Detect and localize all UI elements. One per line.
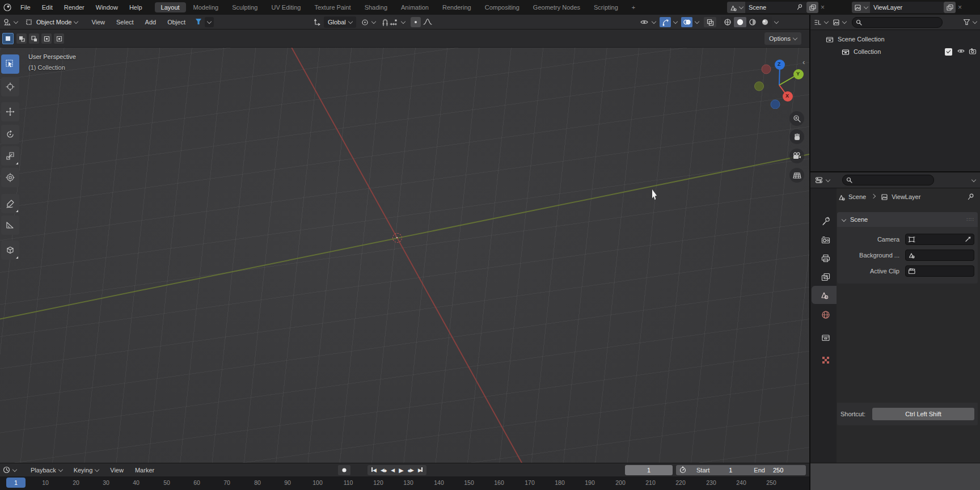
menu-window[interactable]: Window [90,4,124,11]
pivot-point-dropdown[interactable] [361,18,375,27]
collection-checkbox[interactable] [945,48,952,56]
menu-help[interactable]: Help [124,4,148,11]
tab-scene-active[interactable] [812,286,837,304]
shading-wireframe-button[interactable] [721,17,734,27]
tool-annotate[interactable] [1,194,19,213]
tab-texture[interactable] [815,352,837,369]
outliner-editor-type-button[interactable] [814,19,828,26]
viewlayer-new-copy-button[interactable] [944,2,956,13]
viewlayer-browse-button[interactable] [852,2,870,13]
gizmos-toggle[interactable] [660,17,677,27]
workspace-tab-texture-paint[interactable]: Texture Paint [308,2,357,12]
hide-in-viewport-icon[interactable] [957,48,965,56]
camera-field[interactable] [905,234,974,245]
timeline-editor-type-button[interactable] [0,466,18,474]
workspace-tab-modeling[interactable]: Modeling [187,2,225,12]
workspace-tab-compositing[interactable]: Compositing [479,2,526,12]
outliner-row-scene-collection[interactable]: Scene Collection [810,33,980,45]
drag-handle[interactable]: ∷∷ [967,217,974,222]
viewport-3d[interactable]: User Perspective (1) Collection Z Y X ‹ [0,48,809,463]
orientation-dropdown[interactable]: Global [324,16,356,28]
options-dropdown[interactable]: Options [764,32,801,45]
menu-select[interactable]: Select [111,19,140,26]
tool-add-cube[interactable] [1,240,19,260]
play-reverse-button[interactable]: ◀ [389,467,396,473]
select-mode-subtract-button[interactable] [29,33,39,44]
pin-id-icon[interactable] [967,193,974,201]
menu-view-3d[interactable]: View [86,19,111,26]
tool-measure[interactable] [1,216,19,235]
blender-logo-icon[interactable] [3,3,12,13]
shading-material-button[interactable] [746,17,759,27]
menu-keying[interactable]: Keying [68,467,105,474]
tab-tool[interactable] [815,212,837,229]
object-mode-dropdown[interactable]: Object Mode [25,18,78,26]
shading-dropdown[interactable] [774,19,779,24]
menu-playback[interactable]: Playback [25,467,68,474]
menu-edit[interactable]: Edit [36,4,58,11]
viewlayer-remove-button[interactable]: × [956,3,964,11]
menu-add[interactable]: Add [140,19,162,26]
tab-output[interactable] [815,250,837,267]
prev-keyframe-button[interactable]: ◀◆ [379,467,388,473]
outliner-filter-button[interactable] [963,19,977,26]
tab-view-layer[interactable] [815,268,837,285]
eyedropper-icon[interactable] [965,235,971,243]
filter-dropdown[interactable] [205,17,214,27]
menu-render[interactable]: Render [58,4,90,11]
properties-options-dropdown[interactable] [971,177,976,181]
snap-toggle[interactable] [381,18,389,27]
xray-toggle[interactable] [704,17,716,27]
outliner-display-mode-button[interactable] [833,19,846,26]
workspace-tab-sculpting[interactable]: Sculpting [226,2,264,12]
timeline-ruler[interactable]: 1 10 20 30 40 50 60 70 80 90 100 110 120… [0,476,809,490]
scene-name-field[interactable]: Scene [745,2,806,13]
workspace-tab-animation[interactable]: Animation [395,2,435,12]
object-visibility-dropdown[interactable] [640,18,656,26]
tool-move[interactable] [1,102,19,121]
gizmo-axis-x-label[interactable]: X [785,93,789,99]
workspace-tab-geometry-nodes[interactable]: Geometry Nodes [527,2,586,12]
zoom-view-button[interactable] [789,111,804,126]
tab-render[interactable] [815,231,837,248]
select-mode-set-button[interactable] [2,33,14,44]
select-mode-intersect-button[interactable] [54,33,64,44]
play-button[interactable]: ▶ [397,467,404,474]
proportional-editing-toggle[interactable] [411,17,421,27]
scene-panel-header[interactable]: Scene ∷∷ [837,212,978,227]
active-clip-field[interactable] [905,265,974,277]
viewlayer-name-field[interactable]: ViewLayer [870,2,944,13]
filter-funnel-icon[interactable] [195,18,202,27]
transform-orientation-icon[interactable] [313,18,322,27]
navigation-gizmo[interactable]: Z Y X [754,57,806,109]
tool-rotate[interactable] [1,125,19,144]
next-keyframe-button[interactable]: ◆▶ [406,467,415,473]
proportional-falloff-dropdown[interactable] [423,18,432,27]
scene-browse-button[interactable] [727,2,745,13]
workspace-tab-uv-editing[interactable]: UV Editing [265,2,307,12]
select-mode-extend-button[interactable] [16,33,27,44]
workspace-tab-layout[interactable]: Layout [155,2,186,12]
workspace-tab-shading[interactable]: Shading [358,2,394,12]
scene-new-copy-button[interactable] [806,2,818,13]
auto-keying-record-button[interactable] [338,465,350,475]
shading-rendered-button[interactable] [759,17,771,27]
jump-to-start-button[interactable]: ◀ [370,467,378,473]
background-field[interactable] [905,250,974,261]
use-preview-range-icon[interactable] [679,466,686,475]
breadcrumb-viewlayer[interactable]: ViewLayer [892,193,920,200]
editor-type-button[interactable] [0,18,19,26]
outliner-row-collection[interactable]: Collection [810,45,980,58]
workspace-tab-rendering[interactable]: Rendering [436,2,478,12]
workspace-tab-scripting[interactable]: Scripting [588,2,624,12]
move-view-button[interactable] [789,129,804,144]
jump-to-end-button[interactable]: ▶ [416,467,424,473]
shortcut-button[interactable]: Ctrl Left Shift [872,408,974,420]
shading-solid-button[interactable] [734,17,746,27]
tool-scale[interactable] [1,146,19,166]
snap-target-dropdown[interactable] [389,18,405,27]
tool-transform[interactable] [1,168,19,187]
properties-editor-type-button[interactable] [815,176,830,184]
scene-unlink-button[interactable]: × [818,3,827,11]
tab-world[interactable] [815,306,837,323]
